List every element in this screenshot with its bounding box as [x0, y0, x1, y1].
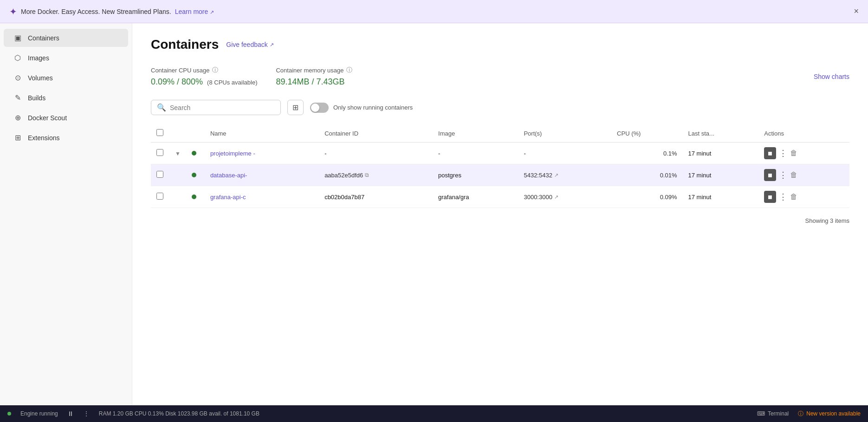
- row1-delete-button[interactable]: 🗑: [790, 149, 797, 157]
- row2-stop-button[interactable]: ◼: [764, 169, 776, 181]
- more-status-button[interactable]: ⋮: [83, 410, 90, 417]
- row1-status-dot: [192, 151, 196, 156]
- search-input[interactable]: [170, 104, 275, 111]
- docker-scout-icon: ⊕: [13, 113, 22, 122]
- main-content: Containers Give feedback ↗ Container CPU…: [132, 23, 868, 405]
- row2-delete-button[interactable]: 🗑: [790, 171, 797, 179]
- row2-status-cell: [186, 164, 205, 186]
- table-row: database-api- aaba52e5dfd6 ⧉ postgres 54…: [151, 164, 849, 186]
- row1-image-cell: -: [433, 143, 518, 164]
- showing-items: Showing 3 items: [151, 217, 849, 224]
- expand-col-header: [169, 124, 186, 143]
- search-box: 🔍: [151, 100, 281, 115]
- cpu-stat-label: Container CPU usage ⓘ: [151, 66, 257, 74]
- pause-button[interactable]: ⏸: [67, 410, 74, 417]
- stats-section: Container CPU usage ⓘ 0.09% / 800% (8 CP…: [151, 66, 849, 87]
- row3-port-external-icon[interactable]: ↗: [554, 194, 558, 200]
- banner-close-button[interactable]: ×: [854, 6, 859, 16]
- give-feedback-link[interactable]: Give feedback ↗: [226, 41, 274, 48]
- table-body: ▼ projetoimpleme - - - - 0.1% 17 minut: [151, 143, 849, 208]
- row3-status-dot: [192, 195, 196, 199]
- page-title: Containers: [151, 37, 219, 52]
- columns-button[interactable]: ⊞: [287, 100, 304, 115]
- name-col-header: Name: [205, 124, 319, 143]
- row2-cpu-cell: 0.01%: [611, 164, 682, 186]
- row3-checkbox[interactable]: [156, 193, 163, 200]
- toggle-knob: [311, 104, 319, 112]
- row3-stop-button[interactable]: ◼: [764, 191, 776, 203]
- status-bar: Engine running ⏸ ⋮ RAM 1.20 GB CPU 0.13%…: [0, 405, 868, 422]
- toolbar: 🔍 ⊞ Only show running containers: [151, 100, 849, 115]
- terminal-button[interactable]: ⌨ Terminal: [757, 410, 789, 417]
- sidebar: ▣ Containers ⬡ Images ⊙ Volumes ✎ Builds…: [0, 23, 132, 405]
- row3-checkbox-cell: [151, 186, 169, 208]
- row3-actions-group: ◼ ⋮ 🗑: [764, 191, 844, 203]
- row3-port-text: 3000:3000: [524, 194, 552, 201]
- row1-status-cell: [186, 143, 205, 164]
- memory-info-icon[interactable]: ⓘ: [346, 66, 352, 74]
- sidebar-label-builds: Builds: [28, 94, 45, 102]
- memory-stat-value: 89.14MB / 7.43GB: [276, 77, 352, 87]
- row3-ports-cell: 3000:3000 ↗: [518, 186, 611, 208]
- row2-checkbox[interactable]: [156, 171, 163, 178]
- image-col-header: Image: [433, 124, 518, 143]
- row3-port-link: 3000:3000 ↗: [524, 194, 606, 201]
- cpu-info-icon[interactable]: ⓘ: [212, 66, 218, 74]
- row3-id-cell: cb02b0da7b87: [319, 186, 433, 208]
- images-icon: ⬡: [13, 53, 22, 62]
- row2-id-cell: aaba52e5dfd6 ⧉: [319, 164, 433, 186]
- row2-port-link: 5432:5432 ↗: [524, 172, 606, 179]
- feedback-external-icon: ↗: [270, 42, 274, 48]
- sidebar-item-docker-scout[interactable]: ⊕ Docker Scout: [4, 109, 128, 127]
- new-version-icon: ⓘ: [798, 410, 803, 418]
- row2-actions-group: ◼ ⋮ 🗑: [764, 169, 844, 181]
- row2-port-external-icon[interactable]: ↗: [554, 172, 558, 178]
- row1-more-button[interactable]: ⋮: [777, 148, 789, 158]
- row2-expand-cell: [169, 164, 186, 186]
- terminal-icon: ⌨: [757, 410, 765, 417]
- search-icon: 🔍: [157, 103, 166, 112]
- cpu-stat-value: 0.09% / 800% (8 CPUs available): [151, 77, 257, 87]
- row3-more-button[interactable]: ⋮: [777, 192, 789, 202]
- row3-expand-cell: [169, 186, 186, 208]
- row1-stop-button[interactable]: ◼: [764, 147, 776, 159]
- row1-actions-cell: ◼ ⋮ 🗑: [758, 143, 849, 164]
- row1-cpu-cell: 0.1%: [611, 143, 682, 164]
- sidebar-item-containers[interactable]: ▣ Containers: [4, 29, 128, 47]
- row2-ports-cell: 5432:5432 ↗: [518, 164, 611, 186]
- select-all-checkbox[interactable]: [156, 129, 163, 136]
- sidebar-item-extensions[interactable]: ⊞ Extensions: [4, 129, 128, 147]
- row3-name[interactable]: grafana-api-c: [210, 194, 246, 201]
- status-col-header: [186, 124, 205, 143]
- external-link-icon: ↗: [210, 9, 214, 15]
- table-row: grafana-api-c cb02b0da7b87 grafana/gra 3…: [151, 186, 849, 208]
- row1-expand-chevron[interactable]: ▼: [175, 150, 181, 157]
- containers-table: Name Container ID Image Port(s) CPU (%) …: [151, 124, 849, 208]
- show-charts-button[interactable]: Show charts: [814, 73, 849, 80]
- running-only-toggle[interactable]: [310, 103, 329, 113]
- row2-more-button[interactable]: ⋮: [777, 170, 789, 180]
- row2-image-cell: postgres: [433, 164, 518, 186]
- row3-delete-button[interactable]: 🗑: [790, 193, 797, 201]
- row2-status-dot: [192, 173, 196, 177]
- builds-icon: ✎: [13, 93, 22, 102]
- row2-last-started-cell: 17 minut: [683, 164, 759, 186]
- new-version-notice[interactable]: ⓘ New version available: [798, 410, 861, 418]
- row2-name[interactable]: database-api-: [210, 172, 247, 179]
- sidebar-item-volumes[interactable]: ⊙ Volumes: [4, 69, 128, 87]
- sidebar-item-builds[interactable]: ✎ Builds: [4, 89, 128, 107]
- sidebar-label-containers: Containers: [28, 34, 59, 42]
- cpu-stat-block: Container CPU usage ⓘ 0.09% / 800% (8 CP…: [151, 66, 257, 87]
- row1-name[interactable]: projetoimpleme -: [210, 150, 255, 157]
- row3-actions-cell: ◼ ⋮ 🗑: [758, 186, 849, 208]
- row2-copy-icon[interactable]: ⧉: [365, 172, 369, 178]
- sidebar-item-images[interactable]: ⬡ Images: [4, 49, 128, 67]
- learn-more-link[interactable]: Learn more ↗: [175, 8, 214, 15]
- row3-last-started-cell: 17 minut: [683, 186, 759, 208]
- row1-actions-group: ◼ ⋮ 🗑: [764, 147, 844, 159]
- row2-id-wrapper: aaba52e5dfd6 ⧉: [324, 172, 427, 179]
- row1-checkbox[interactable]: [156, 149, 163, 156]
- row1-checkbox-cell: [151, 143, 169, 164]
- table-header: Name Container ID Image Port(s) CPU (%) …: [151, 124, 849, 143]
- ports-col-header: Port(s): [518, 124, 611, 143]
